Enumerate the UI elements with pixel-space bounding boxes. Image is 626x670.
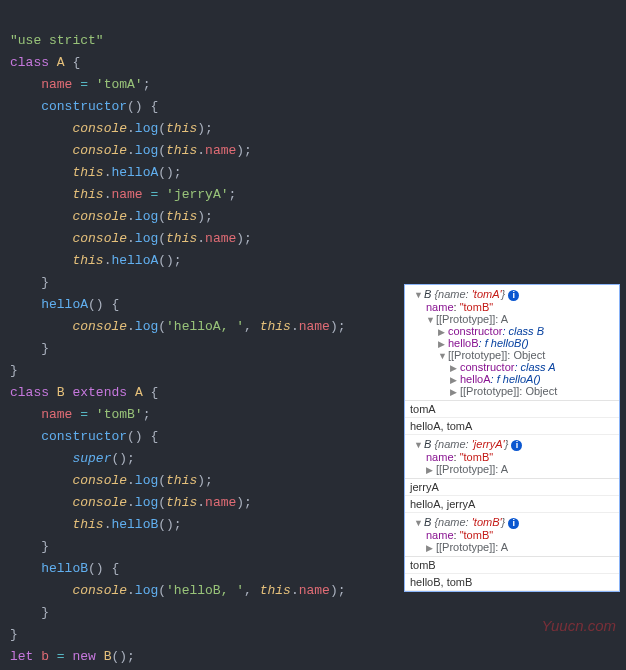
collapse-icon[interactable] [450, 373, 460, 385]
collapse-icon[interactable] [450, 361, 460, 373]
console-object-group[interactable]: B {name: 'jerryA'} i name: "tomB" [[Prot… [405, 435, 619, 479]
info-icon[interactable]: i [511, 440, 522, 451]
collapse-icon[interactable] [438, 337, 448, 349]
console-log-line: tomB [405, 557, 619, 574]
devtools-console: B {name: 'tomA'} i name: "tomB" [[Protot… [404, 284, 620, 592]
expand-icon[interactable] [414, 288, 424, 300]
expand-icon[interactable] [414, 516, 424, 528]
console-log-line: tomA [405, 401, 619, 418]
collapse-icon[interactable] [426, 541, 436, 553]
console-object-group[interactable]: B {name: 'tomA'} i name: "tomB" [[Protot… [405, 285, 619, 401]
console-log-line: helloB, tomB [405, 574, 619, 591]
info-icon[interactable]: i [508, 518, 519, 529]
collapse-icon[interactable] [426, 463, 436, 475]
expand-icon[interactable] [438, 349, 448, 361]
console-object-group[interactable]: B {name: 'tomB'} i name: "tomB" [[Protot… [405, 513, 619, 557]
code-line: "use strict" [10, 33, 104, 48]
console-log-line: jerryA [405, 479, 619, 496]
collapse-icon[interactable] [438, 325, 448, 337]
console-log-line: helloA, tomA [405, 418, 619, 435]
info-icon[interactable]: i [508, 290, 519, 301]
collapse-icon[interactable] [450, 385, 460, 397]
watermark: Yuucn.com [542, 617, 616, 634]
console-log-line: helloA, jerryA [405, 496, 619, 513]
expand-icon[interactable] [414, 438, 424, 450]
expand-icon[interactable] [426, 313, 436, 325]
